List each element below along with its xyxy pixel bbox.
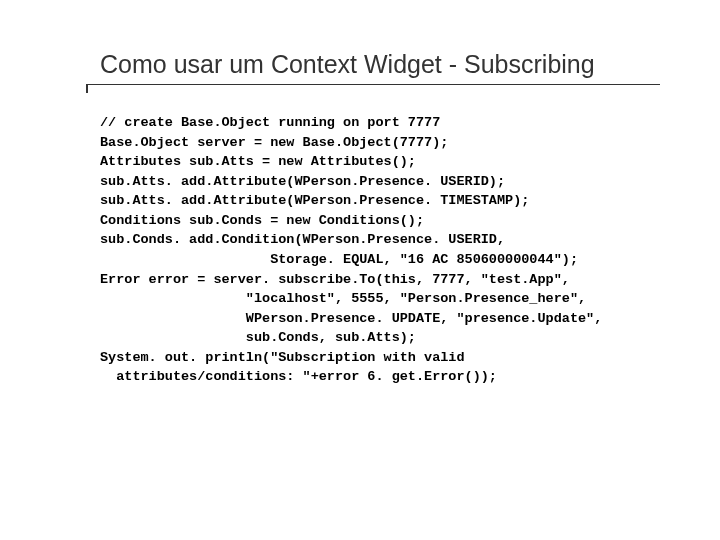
- title-block: Como usar um Context Widget - Subscribin…: [100, 50, 660, 85]
- code-line: System. out. println("Subscription with …: [100, 348, 660, 368]
- code-line: sub.Conds. add.Condition(WPerson.Presenc…: [100, 230, 660, 250]
- slide: Como usar um Context Widget - Subscribin…: [0, 0, 720, 540]
- code-line: "localhost", 5555, "Person.Presence_here…: [100, 289, 660, 309]
- code-line: WPerson.Presence. UPDATE, "presence.Upda…: [100, 309, 660, 329]
- code-line: sub.Atts. add.Attribute(WPerson.Presence…: [100, 191, 660, 211]
- code-line: attributes/conditions: "+error 6. get.Er…: [100, 367, 660, 387]
- title-underline: [86, 84, 660, 86]
- code-block: // create Base.Object running on port 77…: [100, 113, 660, 387]
- title-tick: [86, 84, 88, 93]
- code-line: sub.Atts. add.Attribute(WPerson.Presence…: [100, 172, 660, 192]
- code-line: Storage. EQUAL, "16 AC 850600000044");: [100, 250, 660, 270]
- code-line: // create Base.Object running on port 77…: [100, 113, 660, 133]
- code-line: Attributes sub.Atts = new Attributes();: [100, 152, 660, 172]
- code-line: sub.Conds, sub.Atts);: [100, 328, 660, 348]
- code-line: Base.Object server = new Base.Object(777…: [100, 133, 660, 153]
- code-line: Error error = server. subscribe.To(this,…: [100, 270, 660, 290]
- page-title: Como usar um Context Widget - Subscribin…: [100, 50, 660, 85]
- code-line: Conditions sub.Conds = new Conditions();: [100, 211, 660, 231]
